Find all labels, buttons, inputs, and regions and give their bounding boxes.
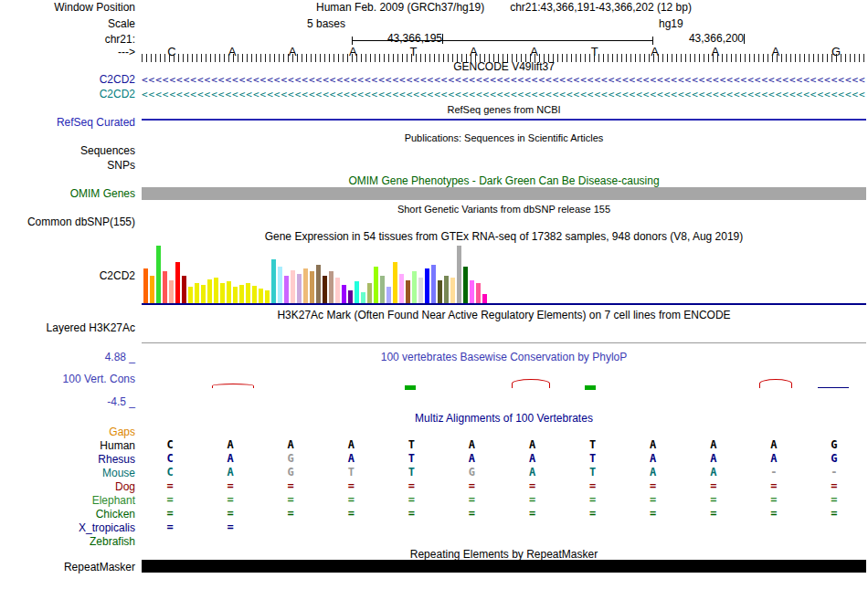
refseq-gene-line[interactable] xyxy=(142,119,866,121)
gtex-expression-bar[interactable] xyxy=(367,283,372,303)
alignment-row-chicken[interactable]: Chicken============ xyxy=(0,507,868,521)
alignment-cell: = xyxy=(140,507,200,521)
h3k27ac-track-title[interactable]: H3K27Ac Mark (Often Found Near Active Re… xyxy=(142,309,866,321)
omim-track-title[interactable]: OMIM Gene Phenotypes - Dark Green Can Be… xyxy=(142,174,866,187)
window-position-row: Human Feb. 2009 (GRCh37/hg19) chr21:43,3… xyxy=(142,1,866,14)
gtex-expression-bar[interactable] xyxy=(316,265,321,303)
phylop-track[interactable] xyxy=(142,361,866,408)
gtex-expression-bar[interactable] xyxy=(214,278,218,303)
gtex-expression-bar[interactable] xyxy=(457,246,461,303)
alignment-cell: A xyxy=(744,452,804,466)
alignment-cell: = xyxy=(200,493,260,507)
gtex-expression-bar[interactable] xyxy=(323,276,327,303)
phylop-max-label: 4.88 _ xyxy=(0,351,137,363)
gtex-expression-bar[interactable] xyxy=(329,271,333,303)
repeatmasker-track-title[interactable]: Repeating Elements by RepeatMasker xyxy=(142,548,866,561)
refseq-track-title[interactable]: RefSeq genes from NCBI xyxy=(142,103,866,116)
alignment-cell: G xyxy=(804,452,864,466)
gtex-expression-bar[interactable] xyxy=(431,265,436,303)
alignment-cell xyxy=(804,521,864,534)
gtex-expression-bar[interactable] xyxy=(310,271,314,303)
gencode-track-title[interactable]: GENCODE V49lift37 xyxy=(142,60,866,73)
gtex-expression-bar[interactable] xyxy=(207,279,212,303)
gencode-item-label-2[interactable]: C2CD2 xyxy=(0,88,137,100)
gtex-expression-bar[interactable] xyxy=(342,285,346,303)
alignment-row-dog[interactable]: Dog============ xyxy=(0,479,868,493)
gtex-expression-bar[interactable] xyxy=(291,270,295,303)
gtex-expression-bar[interactable] xyxy=(476,283,481,303)
alignment-row-gaps[interactable]: Gaps xyxy=(0,425,868,438)
gtex-expression-bar[interactable] xyxy=(482,294,487,303)
gtex-expression-bar[interactable] xyxy=(444,276,449,303)
multiz-track-title[interactable]: Multiz Alignments of 100 Vertebrates xyxy=(142,412,866,425)
gtex-expression-bar[interactable] xyxy=(233,287,238,303)
gtex-expression-bar[interactable] xyxy=(156,246,161,303)
gtex-expression-bar[interactable] xyxy=(265,290,270,303)
gtex-bars[interactable] xyxy=(142,245,866,303)
alignment-cell: = xyxy=(441,479,502,493)
gtex-expression-bar[interactable] xyxy=(284,276,289,303)
gtex-expression-bar[interactable] xyxy=(227,281,231,303)
gtex-expression-bar[interactable] xyxy=(239,285,244,303)
gtex-expression-bar[interactable] xyxy=(355,281,359,303)
gtex-expression-bar[interactable] xyxy=(348,290,353,303)
gtex-expression-bar[interactable] xyxy=(175,262,180,303)
gtex-expression-bar[interactable] xyxy=(412,271,417,303)
assembly-short-label: hg19 xyxy=(659,17,683,30)
gtex-expression-bar[interactable] xyxy=(335,278,340,303)
alignment-cell: = xyxy=(683,507,744,521)
gtex-expression-bar[interactable] xyxy=(450,278,455,303)
gtex-gene-label[interactable]: C2CD2 xyxy=(0,269,137,282)
assembly-title: Human Feb. 2009 (GRCh37/hg19) xyxy=(316,1,484,14)
gtex-expression-bar[interactable] xyxy=(271,259,276,303)
gtex-expression-bar[interactable] xyxy=(393,262,397,303)
gtex-expression-bar[interactable] xyxy=(361,292,365,303)
gtex-expression-bar[interactable] xyxy=(169,280,174,303)
gtex-expression-bar[interactable] xyxy=(259,289,263,303)
gtex-expression-bar[interactable] xyxy=(463,267,468,303)
scale-row: 5 bases hg19 xyxy=(142,17,866,30)
gencode-item-label-1[interactable]: C2CD2 xyxy=(0,73,137,86)
alignment-row-elephant[interactable]: Elephant============ xyxy=(0,493,868,507)
gtex-expression-bar[interactable] xyxy=(201,285,206,303)
gtex-expression-bar[interactable] xyxy=(380,276,385,303)
gtex-expression-bar[interactable] xyxy=(188,287,193,303)
gtex-expression-bar[interactable] xyxy=(374,267,378,303)
dbsnp-track-title[interactable]: Short Genetic Variants from dbSNP releas… xyxy=(142,203,866,216)
gtex-expression-bar[interactable] xyxy=(297,274,302,303)
gtex-expression-bar[interactable] xyxy=(303,268,308,303)
gtex-expression-bar[interactable] xyxy=(143,268,148,303)
alignment-row-rhesus[interactable]: RhesusCAGATAATAAAG xyxy=(0,452,868,466)
gtex-expression-bar[interactable] xyxy=(438,280,442,303)
alignment-cell: A xyxy=(200,466,260,479)
gtex-expression-bar[interactable] xyxy=(278,267,282,303)
gtex-expression-bar[interactable] xyxy=(406,280,410,303)
scale-label: Scale xyxy=(0,17,137,30)
gtex-expression-bar[interactable] xyxy=(195,283,199,303)
gencode-transcript-line[interactable]: <<<<<<<<<<<<<<<<<<<<<<<<<<<<<<<<<<<<<<<<… xyxy=(142,76,866,84)
repeatmasker-bar[interactable] xyxy=(142,560,866,573)
gtex-expression-bar[interactable] xyxy=(399,274,404,303)
alignment-row-mouse[interactable]: MouseCAGTTGATAA-- xyxy=(0,466,868,479)
publications-track-title[interactable]: Publications: Sequences in Scientific Ar… xyxy=(142,131,866,144)
species-label: Gaps xyxy=(0,426,137,438)
gtex-expression-bar[interactable] xyxy=(386,287,391,303)
repeatmasker-track-label: RepeatMasker xyxy=(0,561,137,573)
alignment-row-human[interactable]: HumanCAAATAATAAAG xyxy=(0,438,868,452)
gtex-expression-bar[interactable] xyxy=(418,278,423,303)
gtex-expression-bar[interactable] xyxy=(150,276,154,303)
gtex-expression-bar[interactable] xyxy=(163,271,167,303)
chrom-label: chr21: xyxy=(0,33,137,46)
alignment-row-zebrafish[interactable]: Zebrafish xyxy=(0,534,868,548)
gtex-expression-bar[interactable] xyxy=(182,276,186,303)
gtex-expression-bar[interactable] xyxy=(246,283,250,303)
gtex-expression-bar[interactable] xyxy=(220,283,225,303)
phylop-mark-line xyxy=(818,387,849,388)
gencode-transcript-line[interactable]: <<<<<<<<<<<<<<<<<<<<<<<<<<<<<<<<<<<<<<<<… xyxy=(142,90,866,99)
gtex-expression-bar[interactable] xyxy=(425,268,429,303)
gtex-expression-bar[interactable] xyxy=(252,286,257,303)
omim-gene-bar[interactable] xyxy=(142,187,866,200)
gtex-track-title[interactable]: Gene Expression in 54 tissues from GTEx … xyxy=(142,230,866,243)
alignment-row-x_tropicalis[interactable]: X_tropicalis== xyxy=(0,521,868,534)
gtex-expression-bar[interactable] xyxy=(470,280,474,303)
